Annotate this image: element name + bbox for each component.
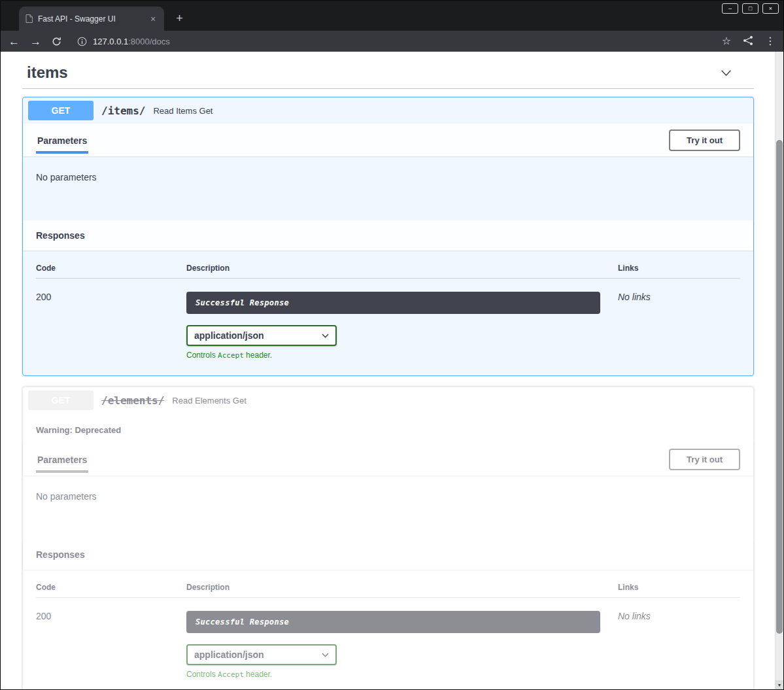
site-info-icon[interactable] xyxy=(77,37,87,46)
browser-tab[interactable]: Fast API - Swagger UI × xyxy=(19,7,164,31)
response-code: 200 xyxy=(36,611,186,621)
no-parameters-text: No parameters xyxy=(36,491,97,502)
window-controls: – □ × xyxy=(722,3,779,14)
maximize-button[interactable]: □ xyxy=(742,3,758,14)
parameters-body: No parameters xyxy=(23,156,753,220)
responses-body: Code Description Links 200 Successful Re… xyxy=(23,250,753,375)
response-row: 200 Successful Response application/json… xyxy=(36,598,740,679)
media-type-value: application/json xyxy=(194,330,264,341)
operation-path: /elements/ xyxy=(101,394,164,407)
responses-title: Responses xyxy=(36,230,85,241)
accept-note-suffix: header. xyxy=(244,351,272,360)
chevron-down-icon xyxy=(322,653,329,657)
browser-toolbar: ← → 127.0.0.1:8000/docs ☆ xyxy=(1,31,783,52)
code-column-header: Code xyxy=(36,264,186,273)
accept-note-prefix: Controls xyxy=(186,670,218,679)
tab-title: Fast API - Swagger UI xyxy=(38,14,142,24)
operation-path: /items/ xyxy=(101,105,145,117)
back-icon[interactable]: ← xyxy=(9,36,20,47)
tag-title: items xyxy=(27,63,68,82)
parameters-tab-label: Parameters xyxy=(36,127,88,154)
response-description-box: Successful Response xyxy=(186,292,600,314)
method-badge: GET xyxy=(28,101,94,120)
accept-note-prefix: Controls xyxy=(186,351,218,360)
response-code: 200 xyxy=(36,292,186,302)
response-description-box: Successful Response xyxy=(186,611,600,633)
accept-header-note: Controls Accept header. xyxy=(186,670,618,679)
try-it-out-button[interactable]: Try it out xyxy=(669,449,740,470)
links-column-header: Links xyxy=(618,583,740,592)
code-column-header: Code xyxy=(36,583,186,592)
parameters-header: Parameters Try it out xyxy=(23,124,753,156)
parameters-tab[interactable]: Parameters xyxy=(36,446,88,473)
parameters-tab[interactable]: Parameters xyxy=(36,127,88,154)
collapse-chevron-icon[interactable] xyxy=(719,66,749,80)
media-type-select[interactable]: application/json xyxy=(186,644,337,665)
responses-body: Code Description Links 200 Successful Re… xyxy=(23,570,753,689)
scrollbar-thumb[interactable] xyxy=(776,140,783,634)
response-description-cell: Successful Response application/json Con… xyxy=(186,611,618,679)
method-badge: GET xyxy=(28,390,94,410)
no-parameters-text: No parameters xyxy=(36,172,97,182)
url-path: :8000/docs xyxy=(128,37,170,46)
tag-section-header[interactable]: items xyxy=(22,60,754,89)
page-content: items GET /items/ Read Items Get xyxy=(1,52,783,689)
bookmark-star-icon[interactable]: ☆ xyxy=(722,36,731,46)
minimize-button[interactable]: – xyxy=(722,3,738,14)
address-bar[interactable]: 127.0.0.1:8000/docs xyxy=(77,37,722,46)
try-it-out-button[interactable]: Try it out xyxy=(669,129,740,151)
browser-window: Fast API - Swagger UI × + – □ × ← → 127.… xyxy=(0,0,784,690)
opblock-get-elements-deprecated: GET /elements/ Read Elements Get Warning… xyxy=(22,387,754,689)
opblock-get-items: GET /items/ Read Items Get Parameters Tr… xyxy=(22,97,754,376)
scrollbar[interactable]: ▼ xyxy=(775,52,783,689)
description-column-header: Description xyxy=(186,264,618,273)
operation-summary[interactable]: GET /items/ Read Items Get xyxy=(23,97,753,124)
description-column-header: Description xyxy=(186,583,618,592)
scroll-down-arrow-icon[interactable]: ▼ xyxy=(775,680,783,689)
operation-summary-text: Read Elements Get xyxy=(172,396,246,405)
media-type-select[interactable]: application/json xyxy=(186,325,337,346)
operation-summary[interactable]: GET /elements/ Read Elements Get xyxy=(23,387,753,413)
links-cell: No links xyxy=(618,292,740,302)
reload-icon[interactable] xyxy=(52,37,61,46)
parameters-header: Parameters Try it out xyxy=(23,443,753,475)
operation-summary-text: Read Items Get xyxy=(153,106,213,116)
responses-header: Responses xyxy=(23,220,753,250)
close-button[interactable]: × xyxy=(762,3,779,14)
links-cell: No links xyxy=(618,611,740,621)
parameters-tab-label: Parameters xyxy=(36,446,88,473)
hub-icon[interactable] xyxy=(743,35,753,48)
url-host: 127.0.0.1 xyxy=(93,37,128,46)
response-row: 200 Successful Response application/json… xyxy=(36,279,740,360)
responses-table-header: Code Description Links xyxy=(36,264,740,279)
deprecated-warning: Warning: Deprecated xyxy=(23,413,753,443)
url-text: 127.0.0.1:8000/docs xyxy=(93,37,170,46)
responses-table-header: Code Description Links xyxy=(36,583,740,598)
browser-menu-icon[interactable]: ⋮ xyxy=(765,36,775,46)
media-type-value: application/json xyxy=(194,649,264,660)
links-column-header: Links xyxy=(618,264,740,273)
window-titlebar: Fast API - Swagger UI × + – □ × xyxy=(1,1,783,31)
responses-title: Responses xyxy=(36,549,85,560)
responses-header: Responses xyxy=(23,540,753,570)
response-description-cell: Successful Response application/json Con… xyxy=(186,292,618,360)
toolbar-right: ☆ ⋮ xyxy=(722,35,775,48)
accept-header-note: Controls Accept header. xyxy=(186,351,618,360)
new-tab-button[interactable]: + xyxy=(171,10,188,27)
parameters-body: No parameters xyxy=(23,475,753,540)
accept-note-suffix: header. xyxy=(244,670,272,679)
chevron-down-icon xyxy=(322,334,329,338)
swagger-ui: items GET /items/ Read Items Get xyxy=(1,52,783,689)
accept-note-code: Accept xyxy=(218,351,244,360)
page-icon xyxy=(26,14,33,23)
forward-icon[interactable]: → xyxy=(30,36,41,47)
tab-close-icon[interactable]: × xyxy=(147,13,159,25)
accept-note-code: Accept xyxy=(218,670,244,679)
